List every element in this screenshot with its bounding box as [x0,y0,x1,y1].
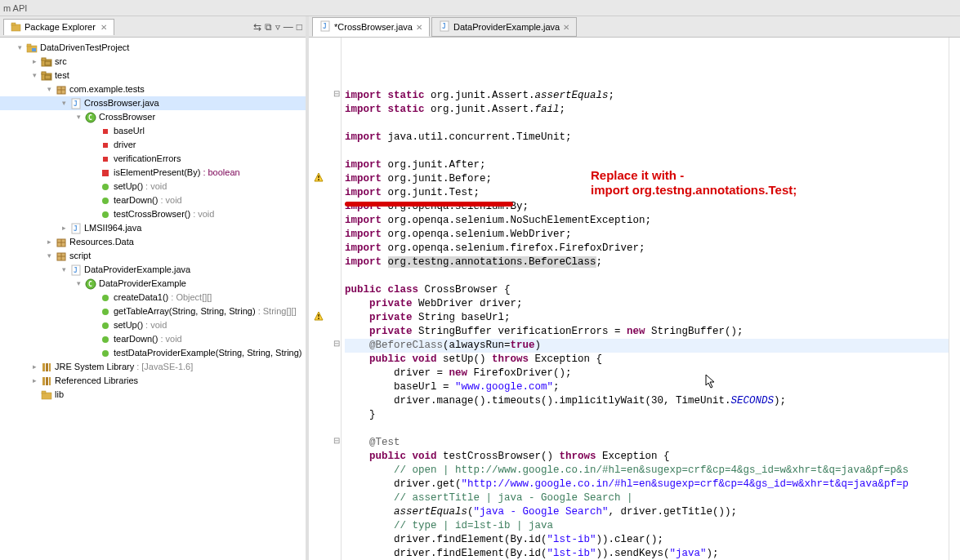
package-explorer-tab[interactable]: Package Explorer ✕ [3,19,114,35]
tree-item[interactable]: getTableArray(String, String, String) : … [0,304,306,318]
collapse-all-icon[interactable]: ⇆ [253,21,261,33]
code-line[interactable]: } [345,408,949,422]
code-line[interactable]: @BeforeClass(alwaysRun=true) [345,339,949,353]
view-tabbar: Package Explorer ✕ ⇆ ⧉ ▿ — □ [0,16,306,38]
code-line[interactable] [345,144,949,158]
tree-item[interactable]: ▾CCrossBrowser [0,110,306,124]
tree-twisty[interactable]: ▾ [45,82,53,96]
code-line[interactable]: import org.openqa.selenium.WebDriver; [345,228,949,242]
editor-tab[interactable]: J*CrossBrowser.java✕ [312,17,430,37]
tree-item[interactable]: testDataProviderExample(String, String, … [0,346,306,360]
tree-item[interactable]: ▾DataDrivenTestProject [0,41,306,55]
code-area[interactable]: import static org.junit.Assert.assertEqu… [342,38,949,560]
package-explorer-close[interactable]: ✕ [100,23,107,32]
library-icon [41,362,52,373]
code-line[interactable]: assertEquals("java - Google Search", dri… [345,505,949,519]
tree-item[interactable]: ▾JCrossBrowser.java [0,96,306,110]
code-line[interactable] [345,75,949,89]
minimize-view-icon[interactable]: — [284,21,293,33]
project-icon [26,42,38,54]
link-editor-icon[interactable]: ⧉ [265,21,272,33]
tree-item[interactable]: tearDown() : void [0,332,306,346]
tree-item[interactable]: ▸Resources.Data [0,235,306,249]
tree-item-type: : String[][] [258,304,297,318]
code-line[interactable] [345,422,949,436]
method_pub-icon [100,348,111,359]
tree-item[interactable]: driver [0,138,306,152]
code-line[interactable] [345,117,949,131]
code-line[interactable]: driver.findElement(By.id("lst-ib")).send… [345,547,949,560]
method_pub-icon [100,181,111,193]
tree-item[interactable]: createData1() : Object[][] [0,291,306,304]
svg-text:J: J [323,23,327,30]
tree-item[interactable]: ▸JLMSII964.java [0,221,306,235]
fold-toggle-icon[interactable]: ⊟ [332,436,341,450]
close-tab-icon[interactable]: ✕ [563,23,569,32]
code-line[interactable]: driver = new FirefoxDriver(); [345,367,949,380]
title-strip-text: m API [3,3,27,13]
tree-item[interactable]: ▾com.example.tests [0,82,306,96]
code-line[interactable]: import static org.junit.Assert.assertEqu… [345,89,949,103]
annot-line2: import org.testng.annotations.Test; [591,183,797,197]
class-icon: C [85,112,96,123]
editor-tab[interactable]: JDataProviderExample.java✕ [431,17,577,37]
code-line[interactable]: private WebDriver driver; [345,297,949,311]
code-line[interactable]: import org.openqa.selenium.NoSuchElement… [345,214,949,228]
tree-twisty[interactable]: ▾ [30,69,38,82]
tree-twisty[interactable]: ▸ [60,221,68,235]
method_pub-icon [100,320,111,331]
code-line[interactable] [345,269,949,283]
tree-item[interactable]: tearDown() : void [0,193,306,207]
fold-toggle-icon[interactable]: ⊟ [332,339,341,353]
tree-item[interactable]: ▸src [0,55,306,69]
code-line[interactable]: // assertTitle | java - Google Search | [345,491,949,505]
tree-item[interactable]: ▸Referenced Libraries [0,374,306,388]
tree-twisty[interactable]: ▾ [74,110,83,124]
code-line[interactable]: baseUrl = "www.google.com"; [345,380,949,394]
code-line[interactable]: private StringBuffer verificationErrors … [345,325,949,339]
tree-twisty[interactable]: ▸ [30,360,38,374]
tree-item[interactable]: lib [0,388,306,402]
tree-item[interactable]: ▾JDataProviderExample.java [0,263,306,277]
tree-item[interactable]: baseUrl [0,124,306,138]
tree-twisty[interactable]: ▸ [30,374,38,388]
tree-twisty[interactable]: ▸ [45,235,53,249]
code-line[interactable]: // open | http://www.google.co.in/#hl=en… [345,464,949,478]
close-tab-icon[interactable]: ✕ [416,23,422,32]
tree-twisty[interactable]: ▾ [60,96,68,110]
tree-item[interactable]: verificationErrors [0,152,306,166]
package-explorer-tree[interactable]: ▾DataDrivenTestProject▸src▾test▾com.exam… [0,38,306,560]
code-line[interactable]: public void setUp() throws Exception { [345,353,949,367]
code-line[interactable]: import org.openqa.selenium.firefox.Firef… [345,242,949,256]
code-line[interactable]: // type | id=lst-ib | java [345,519,949,533]
code-line[interactable]: import java.util.concurrent.TimeUnit; [345,131,949,144]
code-line[interactable]: driver.get("http://www.google.co.in/#hl=… [345,478,949,491]
svg-rect-3 [27,44,31,47]
tree-twisty[interactable]: ▾ [74,277,83,291]
code-line[interactable]: import org.testng.annotations.BeforeClas… [345,256,949,269]
strike-annotation [345,202,513,207]
tree-item[interactable]: ▾test [0,69,306,82]
tree-item[interactable]: setUp() : void [0,180,306,193]
code-line[interactable]: driver.findElement(By.id("lst-ib")).clea… [345,533,949,547]
code-line[interactable]: import static org.junit.Assert.fail; [345,103,949,117]
code-line[interactable]: public void testCrossBrowser() throws Ex… [345,450,949,464]
tree-item[interactable]: testCrossBrowser() : void [0,207,306,221]
tree-twisty[interactable]: ▾ [60,263,68,277]
tree-item[interactable]: ▾script [0,249,306,263]
code-line[interactable]: private String baseUrl; [345,311,949,325]
tree-item[interactable]: ▾CDataProviderExample [0,277,306,291]
tree-twisty[interactable]: ▾ [45,249,53,263]
tree-item[interactable]: ▸JRE System Library : [JavaSE-1.6] [0,360,306,374]
code-line[interactable]: public class CrossBrowser { [345,283,949,297]
tree-item[interactable]: isElementPresent(By) : boolean [0,166,306,180]
fold-toggle-icon[interactable]: ⊟ [332,89,341,103]
code-line[interactable]: driver.manage().timeouts().implicitlyWai… [345,394,949,408]
tree-twisty[interactable]: ▸ [30,55,38,69]
maximize-view-icon[interactable]: □ [297,21,302,33]
tree-twisty[interactable]: ▾ [16,41,24,55]
tree-item[interactable]: setUp() : void [0,318,306,332]
view-menu-icon[interactable]: ▿ [275,21,280,33]
tree-item-label: Referenced Libraries [55,374,138,388]
code-line[interactable]: @Test [345,436,949,450]
